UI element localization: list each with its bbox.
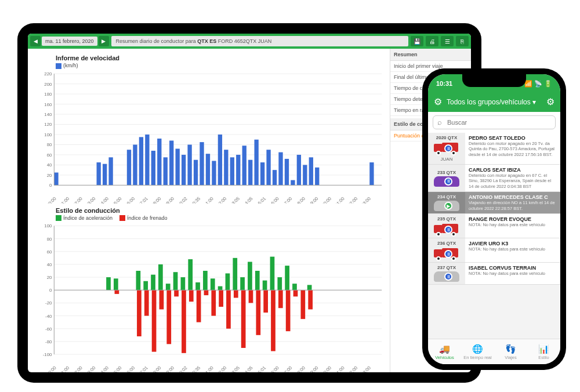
svg-text:100: 100 bbox=[44, 224, 52, 229]
vehicle-name: ANTONIO MERCEDES CLASE C bbox=[469, 194, 557, 200]
svg-text:00:00: 00:00 bbox=[45, 195, 57, 204]
svg-text:04:00: 04:00 bbox=[98, 195, 110, 204]
svg-rect-32 bbox=[151, 151, 155, 185]
svg-text:-40: -40 bbox=[45, 314, 52, 319]
vehicle-item[interactable]: 236 QTX ⏸ JAVIER URO K3 NOTA: No hay dat… bbox=[428, 238, 560, 263]
svg-rect-52 bbox=[273, 170, 277, 185]
tab-label: Viajes bbox=[505, 355, 516, 360]
svg-rect-60 bbox=[369, 162, 374, 185]
svg-text:11:00: 11:00 bbox=[203, 365, 215, 372]
svg-rect-122 bbox=[211, 279, 215, 291]
legend-swatch-blue bbox=[56, 63, 61, 69]
legend-brake: Índice de frenado bbox=[127, 215, 168, 221]
phone-device: 10:31 📶 📡 🔋 ⚙ Todos los grupos/vehículos… bbox=[422, 68, 566, 370]
phone-header: ⚙ Todos los grupos/vehículos ▾ ⚙ bbox=[428, 93, 560, 112]
svg-rect-53 bbox=[278, 152, 282, 185]
prev-day-button[interactable]: ◀ bbox=[30, 36, 41, 46]
plate-label: 235 QTX bbox=[437, 216, 456, 222]
svg-rect-25 bbox=[97, 162, 101, 185]
topbar: ◀ ma. 11 febrero, 2020 ▶ Resumen diario … bbox=[28, 34, 471, 49]
svg-text:04:00: 04:00 bbox=[98, 365, 110, 372]
title-bold: QTX ES bbox=[197, 38, 216, 44]
svg-rect-149 bbox=[234, 291, 238, 298]
svg-text:22:00: 22:00 bbox=[347, 365, 359, 372]
notch bbox=[462, 74, 526, 87]
vehicle-item[interactable]: 235 QTX ⏸ RANGE ROVER EVOQUE NOTA: No ha… bbox=[428, 214, 560, 238]
next-day-button[interactable]: ▶ bbox=[99, 36, 109, 46]
date-cell[interactable]: ma. 11 febrero, 2020 bbox=[42, 37, 97, 46]
svg-rect-148 bbox=[226, 291, 231, 329]
svg-text:10:35: 10:35 bbox=[190, 195, 202, 204]
svg-text:-20: -20 bbox=[45, 301, 52, 306]
settings-icon[interactable]: ⚙ bbox=[546, 96, 554, 107]
svg-rect-45 bbox=[230, 157, 234, 185]
vehicle-list[interactable]: 2020 QTX ⏸ JUAN PEDRO SEAT TOLEDO Deteni… bbox=[428, 133, 560, 339]
search-input[interactable] bbox=[433, 115, 556, 129]
tab-vehículos[interactable]: 🚚Vehículos bbox=[428, 339, 461, 364]
tab-estilo[interactable]: 📊Estilo bbox=[527, 339, 560, 364]
svg-text:20: 20 bbox=[47, 275, 52, 280]
svg-rect-40 bbox=[200, 142, 204, 185]
svg-rect-51 bbox=[266, 150, 270, 185]
vehicle-meta: NOTA: No hay datos para este vehículo bbox=[469, 246, 557, 252]
svg-text:10:35: 10:35 bbox=[190, 365, 202, 372]
vehicle-item[interactable]: 2020 QTX ⏸ JUAN PEDRO SEAT TOLEDO Deteni… bbox=[428, 133, 560, 165]
svg-text:12:00: 12:00 bbox=[216, 195, 228, 204]
save-button[interactable]: 💾 bbox=[411, 36, 423, 46]
group-dropdown[interactable]: Todos los grupos/vehículos ▾ bbox=[447, 98, 542, 106]
plate-label: 236 QTX bbox=[437, 241, 456, 246]
svg-text:140: 140 bbox=[44, 112, 52, 117]
filter-icon[interactable]: ⚙ bbox=[434, 96, 442, 107]
tab-en-tiempo-real[interactable]: 🌐En tiempo real bbox=[461, 339, 494, 364]
svg-rect-151 bbox=[249, 291, 253, 303]
svg-rect-43 bbox=[218, 135, 222, 185]
vehicle-info: RANGE ROVER EVOQUE NOTA: No hay datos pa… bbox=[465, 214, 560, 238]
svg-text:180: 180 bbox=[44, 92, 52, 97]
plate-label: 2020 QTX bbox=[436, 135, 457, 140]
tab-viajes[interactable]: 👣Viajes bbox=[494, 339, 527, 364]
tab-label: Vehículos bbox=[435, 355, 454, 360]
export-button[interactable]: ⎘ bbox=[456, 36, 469, 46]
print-button[interactable]: 🖨 bbox=[426, 36, 438, 46]
vehicle-name: CARLOS SEAT IBIZA bbox=[469, 167, 557, 173]
svg-rect-27 bbox=[108, 157, 113, 185]
svg-rect-47 bbox=[242, 146, 246, 185]
svg-text:07:01: 07:01 bbox=[137, 365, 149, 372]
svg-rect-26 bbox=[103, 164, 107, 185]
plate-label: 237 QTX bbox=[437, 265, 456, 270]
svg-rect-127 bbox=[248, 262, 252, 291]
svg-text:16:00: 16:00 bbox=[269, 195, 281, 204]
svg-rect-116 bbox=[166, 284, 171, 290]
svg-rect-152 bbox=[256, 291, 260, 336]
svg-text:19:00: 19:00 bbox=[307, 195, 320, 204]
svg-rect-126 bbox=[240, 277, 245, 290]
vehicle-icon: 235 QTX ⏸ bbox=[428, 214, 465, 238]
title-suffix: FORD 4652QTX JUAN bbox=[216, 38, 271, 44]
svg-rect-34 bbox=[164, 157, 168, 185]
page-title: Resumen diario de conductor para QTX ES … bbox=[111, 36, 408, 46]
svg-rect-55 bbox=[291, 180, 295, 185]
svg-rect-114 bbox=[151, 275, 155, 291]
svg-text:09:00: 09:00 bbox=[164, 365, 176, 372]
legend-accel: Índice de aceleración bbox=[63, 215, 113, 221]
svg-text:02:00: 02:00 bbox=[72, 365, 84, 372]
svg-rect-131 bbox=[277, 277, 282, 290]
svg-text:14:05: 14:05 bbox=[242, 365, 254, 372]
svg-rect-44 bbox=[224, 150, 228, 185]
vehicle-item[interactable]: 237 QTX ⏸ ISABEL CORVUS TERRAIN NOTA: No… bbox=[428, 263, 560, 285]
svg-rect-159 bbox=[308, 291, 313, 310]
style-chart: -100-80-60-40-2002040608010000:0001:0002… bbox=[34, 222, 386, 372]
svg-text:20: 20 bbox=[47, 172, 52, 177]
svg-text:23:00: 23:00 bbox=[360, 365, 372, 372]
svg-rect-138 bbox=[152, 291, 157, 352]
menu-button[interactable]: ☰ bbox=[441, 36, 454, 46]
svg-rect-37 bbox=[182, 155, 186, 185]
charts-column: Informe de velocidad (km/h) 020406080100… bbox=[28, 49, 390, 372]
vehicle-item[interactable]: 234 QTX ▶ ANTONIO MERCEDES CLASE C Viaja… bbox=[428, 192, 560, 214]
vehicle-item[interactable]: 233 QTX ⏸ CARLOS SEAT IBIZA Detenido con… bbox=[428, 165, 560, 192]
svg-text:21:00: 21:00 bbox=[334, 365, 346, 372]
svg-text:100: 100 bbox=[44, 132, 52, 137]
svg-rect-57 bbox=[303, 165, 307, 185]
vehicle-icon: 237 QTX ⏸ bbox=[428, 263, 465, 284]
svg-rect-130 bbox=[270, 257, 275, 291]
